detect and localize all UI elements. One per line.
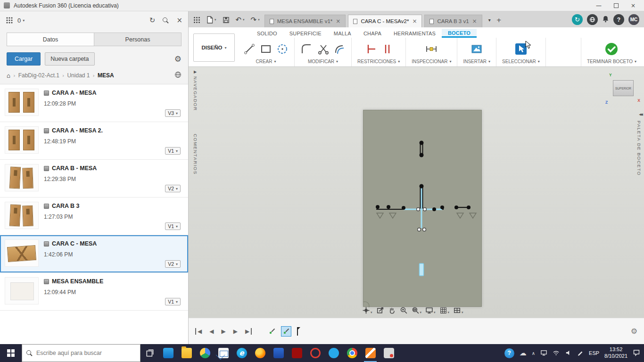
language-indicator[interactable]: ESP xyxy=(589,350,599,356)
paleta-collapse-icon[interactable]: ◀◀ xyxy=(639,113,642,116)
doc-tab-cara-c-mesa[interactable]: CARA C - MESAv2* × xyxy=(348,15,422,27)
task-view-button[interactable] xyxy=(140,344,159,362)
fusion360-icon[interactable] xyxy=(361,344,380,362)
refresh-icon[interactable]: ↻ xyxy=(149,17,156,24)
group-label-restricciones[interactable]: RESTRICCIONES▾ xyxy=(357,58,400,64)
zoom-button[interactable] xyxy=(400,306,408,314)
breadcrumb-middle[interactable]: Unidad 1 xyxy=(67,72,90,79)
driver-utility-icon[interactable] xyxy=(380,344,398,362)
display-tray-icon[interactable] xyxy=(540,349,547,357)
select-tool-button[interactable] xyxy=(514,42,528,56)
app-icon-indigo[interactable] xyxy=(269,344,288,362)
list-item-cara-b-mesa[interactable]: CARA B - MESA 12:29:38 PM V2▾ xyxy=(0,160,188,197)
action-center-icon[interactable] xyxy=(633,349,640,357)
acrobat-icon[interactable] xyxy=(288,344,306,362)
pinwheel-app-icon[interactable] xyxy=(196,344,214,362)
display-settings-button[interactable]: ▾ xyxy=(425,306,436,314)
online-status-icon[interactable] xyxy=(587,14,598,25)
help-icon[interactable]: ? xyxy=(613,14,624,25)
start-button[interactable] xyxy=(0,344,22,362)
list-item-cara-a-mesa[interactable]: CARA A - MESA 12:09:28 PM V3▾ xyxy=(0,84,188,122)
app-icon-blue[interactable] xyxy=(159,344,177,362)
tab-chapa[interactable]: CHAPA xyxy=(357,29,388,38)
navegador-tab[interactable]: NAVEGADOR xyxy=(193,76,198,111)
tab-solido[interactable]: SOLIDO xyxy=(251,29,283,38)
pan-button[interactable] xyxy=(388,306,396,314)
wifi-tray-icon[interactable] xyxy=(553,349,560,357)
play-button[interactable]: ▶ xyxy=(221,328,225,335)
trim-tool-button[interactable] xyxy=(317,43,329,55)
breadcrumb-root[interactable]: FabDig-02-Act.1 xyxy=(18,72,59,79)
gear-icon[interactable]: ⚙ xyxy=(174,54,182,64)
list-item-mesa-ensamble[interactable]: MESA ENSAMBLE 12:09:44 PM V1▾ xyxy=(0,273,188,311)
tab-herramientas[interactable]: HERRAMIENTAS xyxy=(388,29,442,38)
apps-grid-icon[interactable] xyxy=(6,16,13,24)
volume-tray-icon[interactable] xyxy=(565,349,572,357)
group-label-inspeccionar[interactable]: INSPECCIONAR▾ xyxy=(412,58,451,64)
step-back-button[interactable]: ◀ xyxy=(209,328,214,335)
redo-button[interactable]: ↷ ▾ xyxy=(251,16,260,24)
skip-to-start-button[interactable]: ◀ xyxy=(195,328,202,335)
search-input[interactable] xyxy=(36,350,131,356)
timeline-feature-sketch-2-selected[interactable] xyxy=(281,326,291,337)
file-explorer-icon[interactable] xyxy=(177,344,196,362)
undo-button[interactable]: ↶ ▾ xyxy=(236,16,245,24)
paleta-de-boceto-tab[interactable]: PALETA DE BOCETO xyxy=(636,121,642,176)
list-item-cara-a-mesa-2[interactable]: CARA A - MESA 2. 12:48:19 PM V1▾ xyxy=(0,122,188,160)
tab-datos[interactable]: Datos xyxy=(7,33,94,46)
rectangle-tool-button[interactable] xyxy=(260,43,272,55)
group-label-insertar[interactable]: INSERTAR▾ xyxy=(463,58,490,64)
version-dropdown[interactable]: V2▾ xyxy=(165,185,181,192)
tab-boceto[interactable]: BOCETO xyxy=(442,29,477,38)
line-tool-button[interactable] xyxy=(243,43,256,55)
horizontal-vertical-constraint-button[interactable] xyxy=(364,43,377,55)
version-dropdown[interactable]: V1▾ xyxy=(165,298,181,305)
navegador-expand-icon[interactable]: ▶ xyxy=(194,70,197,74)
version-dropdown[interactable]: V2▾ xyxy=(165,260,181,268)
close-button[interactable]: × xyxy=(631,3,636,8)
group-label-crear[interactable]: CREAR▾ xyxy=(256,58,276,64)
sketch-sheet[interactable] xyxy=(363,110,482,307)
avatar[interactable]: MC xyxy=(628,14,639,25)
parallel-constraint-button[interactable] xyxy=(381,43,393,55)
edge-icon[interactable]: e xyxy=(232,344,251,362)
grid-settings-button[interactable]: ▾ xyxy=(439,306,450,314)
doc-tab-cara-b-3[interactable]: CARA B 3 v1 × xyxy=(424,15,482,27)
taskbar-search[interactable] xyxy=(22,344,140,362)
minimize-button[interactable]: — xyxy=(596,3,602,8)
viewcube-face[interactable]: SUPERIOR xyxy=(613,80,634,96)
timeline-feature-sketch-1[interactable] xyxy=(267,326,277,337)
pen-tray-icon[interactable] xyxy=(577,349,584,357)
step-forward-button[interactable]: ▶ xyxy=(233,328,238,335)
group-label-terminar-boceto[interactable]: TERMINAR BOCETO▾ xyxy=(587,58,636,64)
globe-icon[interactable] xyxy=(174,71,182,80)
look-at-button[interactable] xyxy=(376,306,384,314)
onedrive-cloud-icon[interactable]: ☁ xyxy=(520,349,527,357)
file-menu-button[interactable]: ▾ xyxy=(206,16,216,24)
tab-malla[interactable]: MALLA xyxy=(328,29,357,38)
doc-tab-mesa-ensamble[interactable]: MESA ENSAMBLE v1* × xyxy=(264,15,346,27)
orbit-button[interactable]: ▾ xyxy=(362,306,372,314)
skype-icon[interactable] xyxy=(324,344,343,362)
taskbar-clock[interactable]: 13:52 8/10/2021 xyxy=(604,346,627,360)
new-tab-icon[interactable]: + xyxy=(496,16,502,24)
timeline-position-marker[interactable] xyxy=(295,327,300,336)
finish-sketch-button[interactable] xyxy=(604,41,619,57)
list-item-cara-b-3[interactable]: CARA B 3 1:27:03 PM V1▾ xyxy=(0,197,188,235)
chrome-icon[interactable] xyxy=(343,344,361,362)
apps-grid-icon[interactable] xyxy=(193,16,200,24)
fit-button[interactable]: ▾ xyxy=(412,306,422,314)
tray-help-icon[interactable]: ? xyxy=(504,348,514,358)
close-tab-icon[interactable]: × xyxy=(336,18,340,25)
version-dropdown[interactable]: V1▾ xyxy=(165,222,181,230)
version-dropdown[interactable]: V1▾ xyxy=(165,147,181,155)
version-dropdown[interactable]: V3▾ xyxy=(165,109,181,117)
close-tab-icon[interactable]: × xyxy=(412,18,417,25)
circle-tool-button[interactable] xyxy=(276,43,289,55)
timeline-gear-icon[interactable]: ⚙ xyxy=(631,327,637,336)
job-status-dropdown[interactable]: 0 ▾ xyxy=(17,17,25,24)
viewport-canvas[interactable]: ▶ NAVEGADOR COMENTARIOS ◀◀ PALETA DE BOC… xyxy=(189,67,644,318)
firefox-icon[interactable] xyxy=(251,344,269,362)
tray-expand-icon[interactable]: ∧ xyxy=(532,351,535,356)
upload-button[interactable]: Cargar xyxy=(7,52,41,66)
